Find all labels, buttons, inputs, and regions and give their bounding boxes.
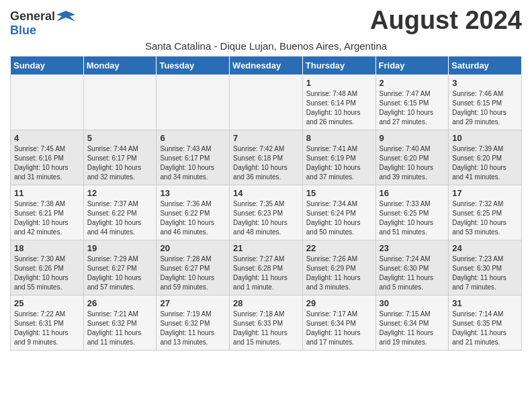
day-number: 1 (306, 78, 372, 88)
day-info: Sunrise: 7:33 AMSunset: 6:25 PMDaylight:… (380, 199, 445, 237)
day-info: Sunrise: 7:36 AMSunset: 6:22 PMDaylight:… (160, 199, 226, 237)
day-of-week-header: Friday (375, 56, 449, 75)
calendar-day-cell: 20Sunrise: 7:28 AMSunset: 6:27 PMDayligh… (157, 240, 230, 295)
calendar-day-cell: 25Sunrise: 7:22 AMSunset: 6:31 PMDayligh… (11, 295, 84, 350)
day-number: 5 (87, 133, 153, 143)
day-of-week-header: Sunday (11, 56, 84, 75)
day-info: Sunrise: 7:17 AMSunset: 6:34 PMDaylight:… (306, 310, 372, 347)
calendar-day-cell: 5Sunrise: 7:44 AMSunset: 6:17 PMDaylight… (83, 130, 157, 185)
day-info: Sunrise: 7:44 AMSunset: 6:17 PMDaylight:… (87, 144, 153, 182)
calendar-day-cell: 22Sunrise: 7:26 AMSunset: 6:29 PMDayligh… (302, 240, 375, 295)
calendar-day-cell: 28Sunrise: 7:18 AMSunset: 6:33 PMDayligh… (230, 295, 303, 350)
day-info: Sunrise: 7:34 AMSunset: 6:24 PMDaylight:… (306, 199, 372, 237)
day-of-week-header: Monday (83, 56, 157, 75)
day-info: Sunrise: 7:46 AMSunset: 6:15 PMDaylight:… (452, 89, 518, 127)
calendar-day-cell: 30Sunrise: 7:15 AMSunset: 6:34 PMDayligh… (375, 295, 449, 350)
day-number: 7 (233, 133, 299, 143)
logo: General Blue (10, 7, 75, 38)
day-number: 21 (233, 243, 299, 253)
calendar-day-cell: 17Sunrise: 7:32 AMSunset: 6:25 PMDayligh… (449, 185, 522, 240)
day-of-week-header: Wednesday (230, 56, 303, 75)
logo-bird-icon (56, 9, 75, 24)
calendar-header-row: SundayMondayTuesdayWednesdayThursdayFrid… (11, 56, 522, 75)
logo-blue-text: Blue (10, 24, 36, 38)
day-number: 8 (306, 133, 372, 143)
day-number: 16 (380, 188, 445, 198)
logo-general-text: General (10, 10, 55, 24)
day-number: 10 (452, 133, 518, 143)
calendar-day-cell: 9Sunrise: 7:40 AMSunset: 6:20 PMDaylight… (375, 130, 449, 185)
day-number: 19 (87, 243, 153, 253)
calendar-day-cell: 6Sunrise: 7:43 AMSunset: 6:17 PMDaylight… (157, 130, 230, 185)
calendar-day-cell (157, 75, 230, 130)
calendar-week-row: 25Sunrise: 7:22 AMSunset: 6:31 PMDayligh… (11, 295, 522, 350)
calendar-body: 1Sunrise: 7:48 AMSunset: 6:14 PMDaylight… (11, 75, 522, 350)
calendar-table: SundayMondayTuesdayWednesdayThursdayFrid… (10, 56, 522, 351)
calendar-day-cell: 11Sunrise: 7:38 AMSunset: 6:21 PMDayligh… (11, 185, 84, 240)
day-info: Sunrise: 7:21 AMSunset: 6:32 PMDaylight:… (87, 310, 153, 347)
calendar-day-cell: 13Sunrise: 7:36 AMSunset: 6:22 PMDayligh… (157, 185, 230, 240)
day-number: 18 (14, 243, 80, 253)
calendar-day-cell (11, 75, 84, 130)
calendar-week-row: 1Sunrise: 7:48 AMSunset: 6:14 PMDaylight… (11, 75, 522, 130)
day-info: Sunrise: 7:29 AMSunset: 6:27 PMDaylight:… (87, 255, 153, 292)
calendar-week-row: 18Sunrise: 7:30 AMSunset: 6:26 PMDayligh… (11, 240, 522, 295)
day-number: 23 (380, 243, 445, 253)
day-of-week-header: Saturday (449, 56, 522, 75)
day-info: Sunrise: 7:48 AMSunset: 6:14 PMDaylight:… (306, 89, 372, 127)
day-number: 11 (14, 188, 80, 198)
day-number: 26 (87, 298, 153, 308)
day-info: Sunrise: 7:19 AMSunset: 6:32 PMDaylight:… (160, 310, 226, 347)
calendar-day-cell: 1Sunrise: 7:48 AMSunset: 6:14 PMDaylight… (302, 75, 375, 130)
day-number: 14 (233, 188, 299, 198)
calendar-day-cell: 14Sunrise: 7:35 AMSunset: 6:23 PMDayligh… (230, 185, 303, 240)
day-info: Sunrise: 7:39 AMSunset: 6:20 PMDaylight:… (452, 144, 518, 182)
calendar-day-cell: 16Sunrise: 7:33 AMSunset: 6:25 PMDayligh… (375, 185, 449, 240)
calendar-day-cell: 8Sunrise: 7:41 AMSunset: 6:19 PMDaylight… (302, 130, 375, 185)
day-info: Sunrise: 7:35 AMSunset: 6:23 PMDaylight:… (233, 199, 299, 237)
day-info: Sunrise: 7:26 AMSunset: 6:29 PMDaylight:… (306, 255, 372, 292)
day-info: Sunrise: 7:43 AMSunset: 6:17 PMDaylight:… (160, 144, 226, 182)
day-number: 28 (233, 298, 299, 308)
day-number: 22 (306, 243, 372, 253)
day-info: Sunrise: 7:14 AMSunset: 6:35 PMDaylight:… (452, 310, 518, 347)
calendar-day-cell: 27Sunrise: 7:19 AMSunset: 6:32 PMDayligh… (157, 295, 230, 350)
day-number: 25 (14, 298, 80, 308)
subtitle: Santa Catalina - Dique Lujan, Buenos Air… (10, 40, 522, 52)
day-number: 9 (380, 133, 445, 143)
calendar-day-cell (83, 75, 157, 130)
calendar-day-cell: 15Sunrise: 7:34 AMSunset: 6:24 PMDayligh… (302, 185, 375, 240)
day-number: 4 (14, 133, 80, 143)
day-info: Sunrise: 7:41 AMSunset: 6:19 PMDaylight:… (306, 144, 372, 182)
day-info: Sunrise: 7:32 AMSunset: 6:25 PMDaylight:… (452, 199, 518, 237)
calendar-day-cell: 21Sunrise: 7:27 AMSunset: 6:28 PMDayligh… (230, 240, 303, 295)
calendar-day-cell: 18Sunrise: 7:30 AMSunset: 6:26 PMDayligh… (11, 240, 84, 295)
day-number: 15 (306, 188, 372, 198)
day-info: Sunrise: 7:28 AMSunset: 6:27 PMDaylight:… (160, 255, 226, 292)
day-number: 12 (87, 188, 153, 198)
day-number: 24 (452, 243, 518, 253)
calendar-week-row: 11Sunrise: 7:38 AMSunset: 6:21 PMDayligh… (11, 185, 522, 240)
calendar-day-cell: 12Sunrise: 7:37 AMSunset: 6:22 PMDayligh… (83, 185, 157, 240)
day-info: Sunrise: 7:18 AMSunset: 6:33 PMDaylight:… (233, 310, 299, 347)
day-number: 17 (452, 188, 518, 198)
day-info: Sunrise: 7:23 AMSunset: 6:30 PMDaylight:… (452, 255, 518, 292)
calendar-day-cell: 19Sunrise: 7:29 AMSunset: 6:27 PMDayligh… (83, 240, 157, 295)
header: General Blue August 2024 (10, 7, 522, 38)
day-number: 27 (160, 298, 226, 308)
day-number: 2 (380, 78, 445, 88)
day-number: 30 (380, 298, 445, 308)
calendar-week-row: 4Sunrise: 7:45 AMSunset: 6:16 PMDaylight… (11, 130, 522, 185)
day-info: Sunrise: 7:24 AMSunset: 6:30 PMDaylight:… (380, 255, 445, 292)
day-info: Sunrise: 7:45 AMSunset: 6:16 PMDaylight:… (14, 144, 80, 182)
day-info: Sunrise: 7:42 AMSunset: 6:18 PMDaylight:… (233, 144, 299, 182)
calendar-day-cell: 26Sunrise: 7:21 AMSunset: 6:32 PMDayligh… (83, 295, 157, 350)
day-info: Sunrise: 7:37 AMSunset: 6:22 PMDaylight:… (87, 199, 153, 237)
day-info: Sunrise: 7:22 AMSunset: 6:31 PMDaylight:… (14, 310, 80, 347)
day-info: Sunrise: 7:30 AMSunset: 6:26 PMDaylight:… (14, 255, 80, 292)
day-info: Sunrise: 7:27 AMSunset: 6:28 PMDaylight:… (233, 255, 299, 292)
calendar-day-cell: 23Sunrise: 7:24 AMSunset: 6:30 PMDayligh… (375, 240, 449, 295)
day-of-week-header: Thursday (302, 56, 375, 75)
calendar-day-cell: 7Sunrise: 7:42 AMSunset: 6:18 PMDaylight… (230, 130, 303, 185)
calendar-day-cell: 10Sunrise: 7:39 AMSunset: 6:20 PMDayligh… (449, 130, 522, 185)
